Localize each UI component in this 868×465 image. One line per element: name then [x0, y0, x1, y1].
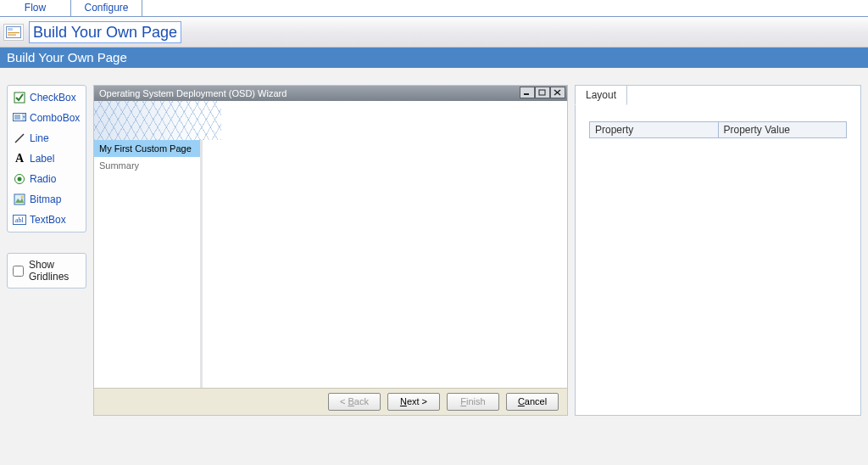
tool-label: CheckBox: [30, 92, 76, 104]
page-designer-icon: [3, 24, 24, 41]
svg-text:abl: abl: [15, 216, 25, 224]
textbox-icon: abl: [13, 213, 26, 227]
tool-label[interactable]: A Label: [9, 148, 84, 169]
wizard-titlebar: Operating System Deployment (OSD) Wizard: [94, 86, 567, 101]
wizard-banner: [94, 101, 567, 140]
tool-label: Line: [30, 132, 49, 144]
svg-rect-3: [8, 34, 16, 35]
combobox-icon: [13, 111, 26, 125]
svg-point-15: [21, 196, 24, 199]
svg-rect-2: [8, 32, 19, 33]
wizard-preview: Operating System Deployment (OSD) Wizard…: [93, 85, 568, 416]
cancel-button[interactable]: Cancel: [506, 393, 559, 411]
toolbar: Build Your Own Page: [0, 17, 868, 48]
svg-rect-13: [14, 194, 25, 204]
col-property-value: Property Value: [718, 122, 847, 138]
toolbox: CheckBox ComboBox Line A Label: [7, 85, 86, 232]
wizard-nav: My First Custom Page Summary: [94, 140, 203, 388]
close-icon[interactable]: [550, 87, 565, 98]
back-button[interactable]: < Back: [328, 393, 381, 411]
bitmap-icon: [13, 193, 26, 206]
finish-button[interactable]: Finish: [447, 393, 499, 411]
tool-textbox[interactable]: abl TextBox: [9, 210, 84, 230]
top-tabs: Flow Configure: [0, 0, 868, 17]
tab-layout[interactable]: Layout: [575, 85, 627, 105]
properties-table: Property Property Value: [589, 121, 847, 138]
next-button[interactable]: Next >: [387, 393, 440, 411]
tool-radio[interactable]: Radio: [9, 169, 84, 189]
svg-rect-1: [8, 28, 13, 31]
show-gridlines-label: Show Gridlines: [29, 259, 81, 283]
content: CheckBox ComboBox Line A Label: [0, 68, 868, 465]
svg-line-10: [15, 134, 24, 143]
tab-flow[interactable]: Flow: [0, 0, 71, 16]
breadcrumb-title: Build Your Own Page: [29, 21, 181, 43]
properties-panel: Layout Property Property Value: [575, 85, 861, 416]
banner-decoration: [94, 101, 221, 140]
tool-combobox[interactable]: ComboBox: [9, 108, 84, 128]
line-icon: [13, 132, 26, 145]
wizard-nav-item[interactable]: Summary: [94, 157, 200, 174]
label-icon: A: [13, 152, 26, 165]
maximize-icon[interactable]: [535, 87, 550, 98]
tool-bitmap[interactable]: Bitmap: [9, 189, 84, 210]
tool-label: Radio: [30, 173, 56, 185]
wizard-footer: < Back Next > Finish Cancel: [94, 388, 567, 415]
show-gridlines-checkbox[interactable]: [13, 266, 24, 277]
show-gridlines[interactable]: Show Gridlines: [7, 253, 86, 289]
tool-label: ComboBox: [30, 112, 80, 124]
checkbox-icon: [13, 91, 26, 104]
wizard-body: My First Custom Page Summary: [94, 140, 567, 388]
tool-line[interactable]: Line: [9, 128, 84, 148]
tab-configure[interactable]: Configure: [71, 0, 142, 16]
page-title: Build Your Own Page: [0, 48, 868, 68]
tool-label: Label: [30, 153, 54, 165]
tool-label: Bitmap: [30, 193, 61, 205]
wizard-nav-item[interactable]: My First Custom Page: [94, 140, 200, 157]
col-property: Property: [590, 122, 719, 138]
wizard-canvas[interactable]: [203, 140, 567, 388]
wizard-title: Operating System Deployment (OSD) Wizard: [99, 88, 287, 98]
tool-label: TextBox: [30, 214, 66, 226]
tool-checkbox[interactable]: CheckBox: [9, 87, 84, 108]
minimize-icon[interactable]: [520, 87, 535, 98]
svg-point-12: [18, 177, 22, 182]
left-column: CheckBox ComboBox Line A Label: [7, 85, 86, 465]
radio-icon: [13, 172, 26, 186]
svg-rect-19: [539, 90, 545, 95]
